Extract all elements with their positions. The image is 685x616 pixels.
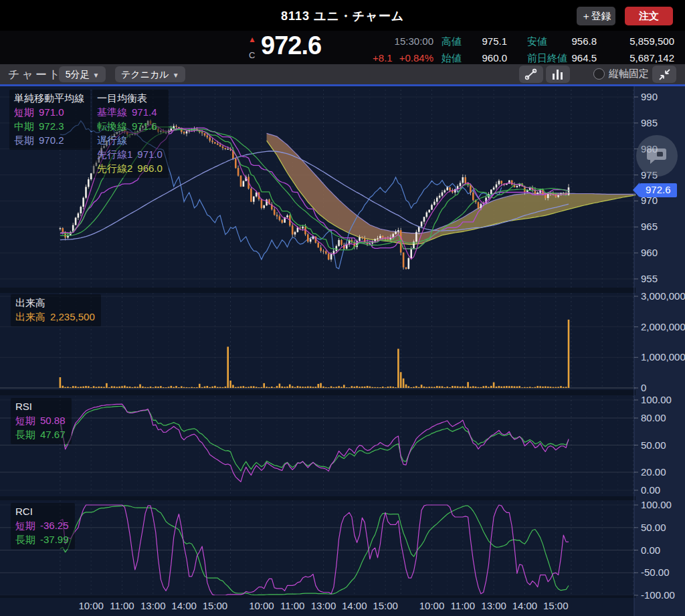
y-axis-label: -100.00 <box>641 589 675 601</box>
axis-lock-label: 縦軸固定 <box>609 68 649 80</box>
rsi-legend: RSI 短期50.88 長期47.67 <box>11 398 72 444</box>
trendline-icon <box>524 67 539 82</box>
y-axis-label: 50.00 <box>641 522 666 533</box>
rci-legend: RCI 短期-36.25 長期-37.99 <box>11 503 75 549</box>
current-price: 972.6 <box>261 31 321 60</box>
legend-item: 先行線1971.0 <box>97 147 163 161</box>
legend-item: 長期970.2 <box>14 133 84 147</box>
y-axis-label: 960 <box>641 247 658 258</box>
low-value: 956.8 <box>555 35 597 47</box>
y-axis-label: 990 <box>641 91 658 102</box>
current-price-tag: 972.6 <box>633 183 677 197</box>
x-axis-label: 11:00 <box>110 600 134 611</box>
legend-item: 遅行線 <box>97 133 163 147</box>
x-axis-label: 15:00 <box>373 600 398 611</box>
y-axis-label: 965 <box>641 221 658 232</box>
prev-close-value: 964.5 <box>555 52 597 64</box>
trendline-tool-button[interactable] <box>519 66 543 83</box>
open-label: 始値 <box>442 52 462 65</box>
technical-dropdown[interactable]: テクニカル▼ <box>115 66 185 82</box>
low-label: 安値 <box>527 35 547 48</box>
x-axis-label: 13:00 <box>481 600 506 611</box>
legend-item: 短期50.88 <box>15 413 66 427</box>
legend-title: RCI <box>15 504 69 518</box>
legend-title: 単純移動平均線 <box>14 91 84 105</box>
price-tag-arrow-icon <box>633 183 640 197</box>
chart-toolbar: チャート 5分足▼ テクニカル▼ 縦軸固定 <box>0 64 685 86</box>
x-axis-label: 13:00 <box>140 600 166 611</box>
volume-value: 5,859,500 <box>607 35 674 47</box>
legend-item: 長期47.67 <box>15 427 66 441</box>
legend-title: 一目均衡表 <box>97 91 163 105</box>
collapse-arrows-icon <box>657 67 672 82</box>
turnover-value: 5,687,142 <box>607 52 674 64</box>
trading-app: 9909859809759709659609553,000,0002,000,0… <box>0 0 685 616</box>
y-axis-label: 0 <box>641 382 646 393</box>
y-axis-label: 100.00 <box>641 499 672 510</box>
price-tag-value: 972.6 <box>640 183 677 197</box>
y-axis-label: 0.00 <box>641 484 660 496</box>
register-button[interactable]: ＋登録 <box>577 7 615 25</box>
price-change: +8.1+0.84% <box>347 52 433 64</box>
quote-bar: ▲ C 972.6 15:30:00 +8.1+0.84% 高値 975.1 始… <box>0 31 685 64</box>
y-axis-label: -50.00 <box>641 567 670 578</box>
chat-float-button[interactable] <box>636 135 678 177</box>
x-axis-label: 11:00 <box>280 600 304 611</box>
legend-title: RSI <box>15 399 66 413</box>
high-value: 975.1 <box>468 35 507 47</box>
sma-legend: 単純移動平均線 短期971.0 中期972.3 長期970.2 <box>9 90 90 150</box>
title-bar: 8113 ユニ・チャーム ＋登録 注文 <box>0 0 685 31</box>
y-axis-label: 100.00 <box>641 394 672 405</box>
legend-item: 長期-37.99 <box>15 532 69 546</box>
x-axis-label: 15:00 <box>203 600 228 611</box>
technical-value: テクニカル <box>121 69 169 80</box>
legend-item: 短期-36.25 <box>15 518 69 532</box>
y-axis-label: 80.00 <box>641 412 666 423</box>
order-button[interactable]: 注文 <box>625 7 673 25</box>
chat-bubble-icon <box>646 146 668 166</box>
x-axis-label: 14:00 <box>342 600 367 611</box>
legend-title: 出来高 <box>15 296 95 310</box>
y-axis-label: 2,000,000 <box>641 321 685 332</box>
price-up-icon: ▲ <box>248 35 256 44</box>
x-axis-label: 13:00 <box>311 600 336 611</box>
legend-item: 転換線971.6 <box>97 119 163 133</box>
chart-section-label: チャート <box>8 67 62 82</box>
y-axis-label: 955 <box>641 273 658 284</box>
x-axis-label: 10:00 <box>419 600 445 611</box>
x-axis-label: 15:00 <box>543 600 569 611</box>
legend-item: 中期972.3 <box>14 119 84 133</box>
x-axis-label: 11:00 <box>451 600 475 611</box>
legend-item: 先行線2966.0 <box>97 161 163 175</box>
change-percent: +0.84% <box>399 52 433 64</box>
session-flag: C <box>249 50 255 60</box>
y-axis-label: 20.00 <box>641 466 666 478</box>
candle-bars-icon <box>551 67 565 82</box>
ichimoku-legend: 一目均衡表 基準線971.4 転換線971.6 遅行線 先行線1971.0 先行… <box>92 90 169 178</box>
legend-item: 短期971.0 <box>14 105 84 119</box>
x-axis-label: 14:00 <box>171 600 197 611</box>
x-axis-label: 14:00 <box>512 600 538 611</box>
chart-type-button[interactable] <box>546 66 570 83</box>
high-label: 高値 <box>442 35 462 48</box>
timeframe-value: 5分足 <box>66 69 90 80</box>
y-axis-label: 985 <box>641 117 658 128</box>
axis-lock-radio[interactable] <box>593 68 605 80</box>
change-value: +8.1 <box>373 52 393 64</box>
open-value: 960.0 <box>468 52 507 64</box>
chevron-down-icon: ▼ <box>92 72 99 79</box>
chevron-down-icon: ▼ <box>173 72 179 79</box>
quote-time: 15:30:00 <box>360 35 433 47</box>
y-axis-label: 3,000,000 <box>641 290 685 302</box>
volume-legend: 出来高 出来高2,235,500 <box>11 294 101 326</box>
y-axis-label: 0.00 <box>641 544 660 556</box>
x-axis-label: 10:00 <box>249 600 274 611</box>
legend-item: 基準線971.4 <box>97 105 163 119</box>
legend-item: 出来高2,235,500 <box>15 310 95 324</box>
y-axis-label: 50.00 <box>641 439 666 451</box>
y-axis-label: 1,000,000 <box>641 351 685 363</box>
collapse-chart-button[interactable] <box>652 66 676 83</box>
x-axis-label: 10:00 <box>78 600 104 611</box>
timeframe-dropdown[interactable]: 5分足▼ <box>59 66 106 82</box>
